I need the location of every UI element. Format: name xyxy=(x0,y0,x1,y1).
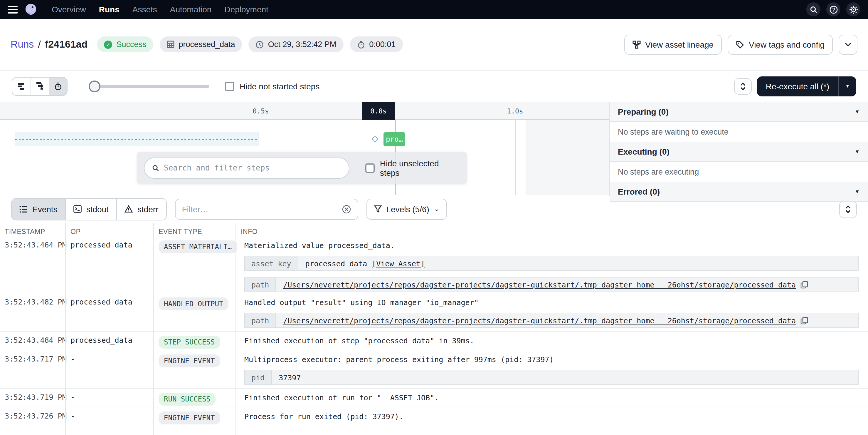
view-tags-config-button[interactable]: View tags and config xyxy=(727,34,833,54)
top-nav: Overview Runs Assets Automation Deployme… xyxy=(0,0,868,19)
table-row[interactable]: 3:52:43.717 PM - ENGINE_EVENT Multiproce… xyxy=(0,350,868,388)
timestamp-cell: 3:52:43.719 PM xyxy=(0,388,65,407)
chevron-down-icon xyxy=(844,42,851,47)
timestamp-cell: 3:52:43.482 PM xyxy=(0,293,65,331)
gantt-body[interactable]: pro… Hide unselected steps xyxy=(0,120,609,195)
event-type-badge: HANDLED_OUTPUT xyxy=(159,297,228,310)
levels-dropdown[interactable]: Levels (5/6) ⌄ xyxy=(367,198,447,220)
timestamp-cell: 3:52:43.717 PM xyxy=(0,350,65,388)
event-type-badge: STEP_SUCCESS xyxy=(159,336,220,349)
waiting-step-bar[interactable] xyxy=(15,132,258,146)
nav-item-overview[interactable]: Overview xyxy=(52,5,86,14)
axis-tick-0-8s-highlighted: 0.8s xyxy=(362,102,395,120)
hide-not-started-label: Hide not started steps xyxy=(240,81,319,91)
reexecute-all-button[interactable]: Re-execute all (*) ▼ xyxy=(757,76,856,96)
info-cell: Process for run exited (pid: 37397). xyxy=(236,407,868,435)
duration-tag: 0:00:01 xyxy=(350,36,403,52)
info-cell: Multiprocess executor: parent process ex… xyxy=(236,350,868,388)
log-tabs: Events stdout stderr xyxy=(11,198,167,220)
run-id: f24161ad xyxy=(45,38,88,50)
zoom-slider-thumb[interactable] xyxy=(89,80,100,92)
zoom-slider-track[interactable] xyxy=(89,84,209,88)
zoom-slider[interactable] xyxy=(89,80,209,92)
view-mode-timed-button[interactable] xyxy=(49,77,67,95)
view-mode-flat-button[interactable] xyxy=(12,77,31,95)
tab-stderr[interactable]: stderr xyxy=(116,198,166,220)
executing-section-header[interactable]: Executing (0) ▼ xyxy=(610,142,868,162)
lineage-icon xyxy=(632,40,641,49)
svg-text:?: ? xyxy=(832,7,835,12)
table-row[interactable]: 3:52:43.464 PM processed_data ASSET_MATE… xyxy=(0,240,868,293)
nav-item-automation[interactable]: Automation xyxy=(170,5,212,14)
log-filter-box xyxy=(175,198,358,220)
search-icon xyxy=(152,164,159,171)
event-type-badge: ENGINE_EVENT xyxy=(159,411,220,425)
nav-item-runs[interactable]: Runs xyxy=(99,5,120,14)
nav-item-assets[interactable]: Assets xyxy=(132,5,157,14)
status-badge: ✓ Success xyxy=(97,36,153,52)
gantt-chart: 0.5s 0.8s 1.0s pro… Hide unselected step… xyxy=(0,102,868,195)
gear-icon[interactable] xyxy=(846,2,860,17)
nav-links: Overview Runs Assets Automation Deployme… xyxy=(52,5,269,14)
tab-stdout[interactable]: stdout xyxy=(65,198,116,220)
caret-down-icon: ▼ xyxy=(855,109,860,115)
view-asset-lineage-button[interactable]: View asset lineage xyxy=(624,34,722,54)
table-row[interactable]: 3:52:43.482 PM processed_data HANDLED_OU… xyxy=(0,293,868,331)
help-icon[interactable]: ? xyxy=(826,2,840,17)
expand-collapse-button[interactable] xyxy=(734,78,752,94)
breadcrumb-separator: / xyxy=(38,38,40,50)
axis-tick-1-0s: 1.0s xyxy=(507,102,523,120)
gantt-time-axis: 0.5s 0.8s 1.0s xyxy=(0,102,609,120)
op-cell: - xyxy=(65,407,153,435)
view-asset-link[interactable]: [View Asset] xyxy=(372,259,425,268)
table-row[interactable]: 3:52:43.719 PM - RUN_SUCCESS Finished ex… xyxy=(0,388,868,407)
step-search-box xyxy=(144,157,349,178)
path-link[interactable]: /Users/neverett/projects/repos/dagster-p… xyxy=(283,316,796,325)
op-cell: - xyxy=(65,388,153,407)
nav-item-deployment[interactable]: Deployment xyxy=(224,5,268,14)
start-time-tag: Oct 29, 3:52:42 PM xyxy=(249,36,344,52)
processed-data-step-bar[interactable]: pro… xyxy=(383,132,405,146)
table-grid-icon xyxy=(167,40,175,48)
reexecute-all-label[interactable]: Re-execute all (*) xyxy=(757,76,838,96)
up-down-chevrons-icon xyxy=(845,205,851,213)
hide-not-started-checkbox[interactable] xyxy=(225,81,234,91)
table-row[interactable]: 3:52:43.484 PM processed_data STEP_SUCCE… xyxy=(0,331,868,350)
reexecute-dropdown-caret[interactable]: ▼ xyxy=(839,76,856,96)
clock-icon xyxy=(256,40,264,49)
path-link[interactable]: /Users/neverett/projects/repos/dagster-p… xyxy=(283,280,796,289)
dagster-logo-icon[interactable] xyxy=(24,3,38,16)
funnel-icon xyxy=(374,205,382,213)
step-search-input[interactable] xyxy=(164,164,341,172)
hamburger-menu-icon[interactable] xyxy=(8,6,18,13)
hide-unselected-checkbox[interactable] xyxy=(365,163,375,173)
search-icon[interactable] xyxy=(806,2,820,17)
gantt-toolbar: Hide not started steps Re-execute all (*… xyxy=(0,70,868,102)
op-cell: - xyxy=(65,350,153,388)
executing-section-body: No steps are executing xyxy=(610,162,868,182)
op-cell: processed_data xyxy=(65,293,153,331)
errored-section-header[interactable]: Errored (0) ▼ xyxy=(610,182,868,202)
up-down-chevrons-icon xyxy=(740,82,746,90)
app-window: Overview Runs Assets Automation Deployme… xyxy=(0,0,868,435)
gantt-view-mode-group xyxy=(12,77,67,95)
col-header-info: INFO xyxy=(236,223,868,240)
caret-down-icon: ▼ xyxy=(855,149,860,154)
copy-icon[interactable] xyxy=(801,281,808,288)
table-row[interactable]: 3:52:43.726 PM - ENGINE_EVENT Process fo… xyxy=(0,407,868,435)
log-filter-input[interactable] xyxy=(182,204,337,214)
preparing-section-header[interactable]: Preparing (0) ▼ xyxy=(610,102,868,122)
copy-icon[interactable] xyxy=(801,317,808,324)
tab-events[interactable]: Events xyxy=(12,198,65,220)
run-header-more-button[interactable] xyxy=(839,34,858,54)
info-cell: Finished execution of run for "__ASSET_J… xyxy=(236,388,868,407)
event-log-table: TIMESTAMP OP EVENT TYPE INFO 3:52:43.464… xyxy=(0,223,868,435)
breadcrumb-runs-link[interactable]: Runs xyxy=(10,38,34,50)
clear-filter-icon[interactable] xyxy=(342,204,351,214)
view-mode-waterfall-button[interactable] xyxy=(31,77,49,95)
asset-tag[interactable]: processed_data xyxy=(160,36,242,52)
op-cell: processed_data xyxy=(65,240,153,293)
hide-unselected-row: Hide unselected steps xyxy=(365,158,460,177)
hide-unselected-label: Hide unselected steps xyxy=(380,158,460,177)
log-expand-collapse-button[interactable] xyxy=(839,200,857,218)
